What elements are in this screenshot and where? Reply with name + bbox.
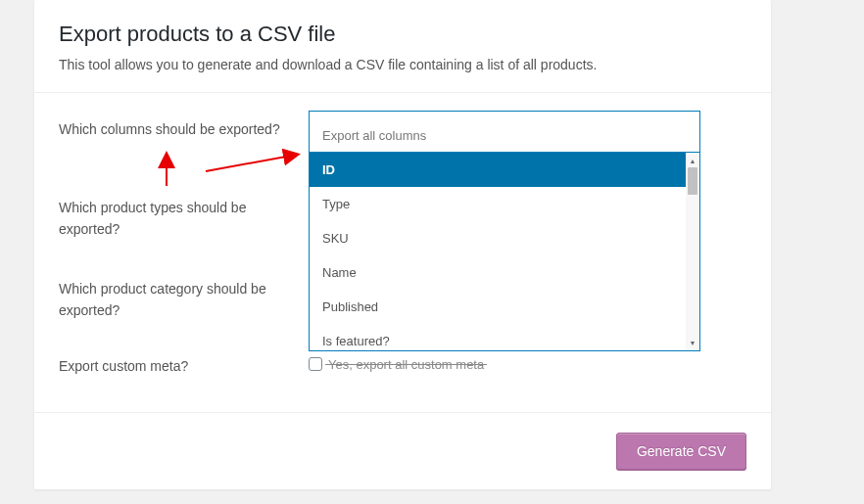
label-category: Which product category should be exporte… xyxy=(59,270,309,322)
page-title: Export products to a CSV file xyxy=(59,22,746,47)
label-types: Which product types should be exported? xyxy=(59,189,309,241)
panel-header: Export products to a CSV file This tool … xyxy=(34,0,771,92)
dropdown-option-type[interactable]: Type xyxy=(310,187,686,221)
meta-checkbox[interactable] xyxy=(309,357,322,371)
label-columns: Which columns should be exported? xyxy=(59,111,309,140)
label-meta: Export custom meta? xyxy=(59,351,309,377)
dropdown-option-name[interactable]: Name xyxy=(310,255,686,290)
meta-checkbox-label: Yes, export all custom meta xyxy=(328,357,484,372)
dropdown-option-featured[interactable]: Is featured? xyxy=(310,324,686,350)
export-panel: Export products to a CSV file This tool … xyxy=(34,0,771,489)
panel-footer: Generate CSV xyxy=(34,412,771,489)
columns-dropdown[interactable]: ID Type SKU Name Published Is featured? … xyxy=(309,152,700,351)
columns-placeholder: Export all columns xyxy=(322,128,426,143)
dropdown-option-published[interactable]: Published xyxy=(310,290,686,324)
columns-dropdown-list: ID Type SKU Name Published Is featured? xyxy=(310,153,686,350)
scroll-down-icon[interactable]: ▼ xyxy=(687,336,698,349)
meta-checkbox-row[interactable]: Yes, export all custom meta xyxy=(309,351,746,372)
scroll-up-icon[interactable]: ▲ xyxy=(687,154,698,167)
dropdown-option-sku[interactable]: SKU xyxy=(310,221,686,255)
dropdown-option-id[interactable]: ID xyxy=(310,153,686,187)
scroll-track[interactable] xyxy=(687,167,698,336)
dropdown-scrollbar[interactable]: ▲ ▼ xyxy=(686,153,699,350)
row-meta: Export custom meta? Yes, export all cust… xyxy=(59,351,746,377)
page-description: This tool allows you to generate and dow… xyxy=(59,57,746,72)
form-area: Which columns should be exported? Export… xyxy=(34,93,771,377)
scroll-thumb[interactable] xyxy=(688,167,697,195)
generate-csv-button[interactable]: Generate CSV xyxy=(616,433,746,470)
